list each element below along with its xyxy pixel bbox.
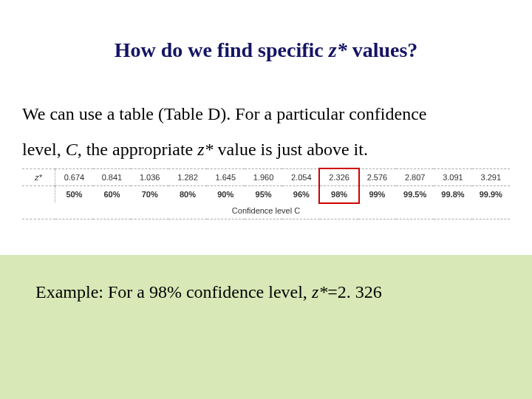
- example-post: =2. 326: [327, 282, 382, 301]
- z-cell: 1.036: [131, 169, 168, 186]
- z-cell: 3.291: [472, 169, 510, 186]
- c-cell: 99.8%: [434, 186, 471, 203]
- c-cell: 96%: [282, 186, 320, 203]
- c-cell: 99.5%: [396, 186, 434, 203]
- row-label-c: [22, 186, 55, 203]
- body-text: We can use a table (Table D). For a part…: [22, 96, 510, 167]
- example-band: [0, 255, 532, 399]
- title-text-pre: How do we find specific: [115, 38, 329, 61]
- z-cell: 2.326: [320, 169, 358, 186]
- body-line2b: , the appropriate: [78, 140, 198, 159]
- z-cell: 1.282: [168, 169, 206, 186]
- body-zstar: z*: [197, 140, 213, 159]
- example-zstar: z*: [312, 282, 327, 301]
- title-zstar: z*: [329, 38, 347, 61]
- body-C: C: [66, 140, 78, 159]
- z-cell: 2.807: [396, 169, 434, 186]
- z-table: z* 0.674 0.841 1.036 1.282 1.645 1.960 2…: [22, 168, 510, 219]
- slide-title: How do we find specific z* values?: [0, 38, 532, 62]
- table-row-c: 50% 60% 70% 80% 90% 95% 96% 98% 99% 99.5…: [22, 186, 510, 203]
- z-cell: 2.054: [282, 169, 320, 186]
- c-cell: 95%: [245, 186, 282, 203]
- c-cell: 60%: [93, 186, 131, 203]
- example-pre: Example: For a 98% confidence level,: [35, 282, 312, 301]
- c-cell: 98%: [320, 186, 358, 203]
- z-cell: 3.091: [434, 169, 471, 186]
- z-cell: 1.960: [245, 169, 282, 186]
- c-cell: 50%: [55, 186, 93, 203]
- title-text-post: values?: [347, 38, 418, 61]
- z-cell: 0.841: [93, 169, 131, 186]
- body-line1: We can use a table (Table D). For a part…: [22, 104, 426, 123]
- table-caption: Confidence level C: [22, 202, 510, 219]
- row-label-z: z*: [22, 169, 55, 186]
- table-caption-row: Confidence level C: [22, 202, 510, 219]
- c-cell: 90%: [207, 186, 245, 203]
- z-cell: 0.674: [55, 169, 93, 186]
- c-cell: 70%: [131, 186, 168, 203]
- c-cell: 80%: [168, 186, 206, 203]
- body-line2a: level,: [22, 140, 66, 159]
- body-line2c: value is just above it.: [214, 140, 368, 159]
- c-cell: 99.9%: [472, 186, 510, 203]
- table-row-z: z* 0.674 0.841 1.036 1.282 1.645 1.960 2…: [22, 169, 510, 186]
- example-text: Example: For a 98% confidence level, z*=…: [35, 282, 382, 302]
- c-cell: 99%: [358, 186, 396, 203]
- z-cell: 1.645: [207, 169, 245, 186]
- z-cell: 2.576: [358, 169, 396, 186]
